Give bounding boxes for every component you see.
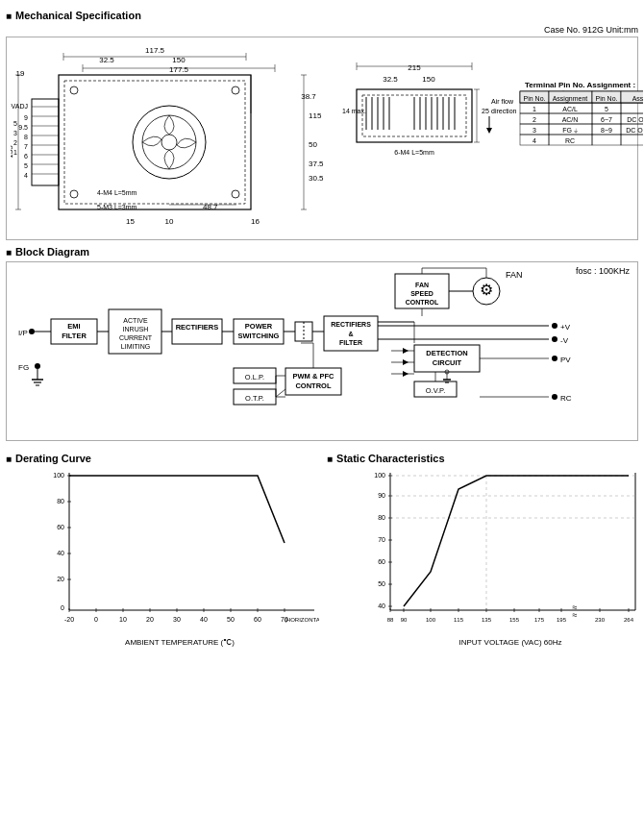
svg-text:ACTIVE: ACTIVE [123, 317, 148, 324]
svg-text:+V: +V [560, 323, 571, 332]
svg-text:⚙: ⚙ [480, 282, 493, 298]
svg-text:5: 5 [13, 120, 17, 127]
svg-text:FG: FG [18, 363, 29, 372]
svg-text:40: 40 [200, 616, 208, 623]
svg-text:60: 60 [254, 616, 261, 623]
static-svg: 100 90 80 70 60 50 40 [361, 468, 644, 636]
svg-text:LIMITING: LIMITING [121, 343, 150, 350]
svg-text:40: 40 [57, 550, 64, 556]
svg-text:155: 155 [509, 617, 520, 623]
svg-text:PV: PV [560, 356, 571, 364]
svg-text:117.5: 117.5 [145, 46, 165, 55]
svg-text:48.7: 48.7 [203, 203, 218, 211]
svg-rect-135 [621, 135, 643, 145]
svg-text:O.L.P.: O.L.P. [245, 373, 264, 381]
svg-text:8: 8 [24, 134, 28, 140]
svg-text:37.5: 37.5 [309, 160, 324, 168]
svg-text:1: 1 [533, 106, 536, 112]
svg-text:16: 16 [251, 217, 260, 226]
svg-point-43 [142, 115, 196, 169]
svg-rect-134 [592, 135, 621, 145]
case-info: Case No. 912G Unit:mm [544, 25, 638, 35]
svg-text:RC: RC [565, 137, 575, 144]
svg-text:FG ⏚: FG ⏚ [562, 127, 579, 134]
svg-text:4: 4 [24, 172, 28, 179]
svg-text:6: 6 [24, 153, 28, 160]
static-chart: Static Characteristics 100 90 [327, 447, 644, 647]
block-diagram-header: Block Diagram [6, 246, 638, 258]
svg-text:5: 5 [24, 162, 28, 169]
svg-text:135: 135 [11, 145, 14, 159]
svg-text:DC OUTPUT-V: DC OUTPUT-V [627, 116, 643, 123]
svg-marker-202 [403, 348, 409, 354]
charts-section: Derating Curve 100 80 60 40 20 [6, 447, 638, 647]
svg-text:215: 215 [408, 63, 421, 72]
svg-text:PWM & PFC: PWM & PFC [293, 372, 334, 381]
svg-text:177.5: 177.5 [169, 65, 189, 74]
svg-text:100: 100 [374, 472, 385, 479]
derating-x-label: AMBIENT TEMPERATURE (℃) [40, 638, 319, 647]
svg-text:0: 0 [94, 616, 98, 623]
svg-text:POWER: POWER [245, 322, 273, 331]
svg-text:INRUSH: INRUSH [123, 326, 149, 332]
svg-text:9.5: 9.5 [18, 124, 28, 131]
svg-text:AC/L: AC/L [562, 106, 578, 112]
svg-text:direction: direction [491, 108, 517, 114]
svg-text:115: 115 [309, 111, 322, 120]
fosc-label: fosc : 100KHz [576, 266, 630, 276]
svg-text:AC/N: AC/N [562, 116, 579, 123]
svg-text:32.5: 32.5 [99, 56, 114, 64]
svg-text:≈: ≈ [573, 602, 578, 612]
svg-text:-V: -V [560, 336, 569, 345]
svg-text:40: 40 [378, 602, 385, 609]
svg-text:50: 50 [309, 140, 317, 149]
svg-point-40 [70, 190, 78, 198]
svg-text:195: 195 [557, 617, 567, 623]
svg-text:EMI: EMI [67, 322, 80, 331]
svg-text:SWITCHING: SWITCHING [238, 332, 280, 340]
mech-spec-header: Mechanical Specification [6, 10, 638, 21]
svg-text:O.V.P.: O.V.P. [426, 386, 445, 395]
svg-text:FAN: FAN [415, 282, 429, 288]
svg-text:3: 3 [533, 127, 536, 134]
svg-point-188 [552, 356, 557, 361]
svg-text:Pin No.: Pin No. [524, 95, 546, 102]
svg-text:20: 20 [146, 616, 154, 623]
svg-text:+VADJ: +VADJ [11, 103, 28, 110]
svg-text:175: 175 [534, 617, 545, 623]
svg-text:0: 0 [61, 604, 64, 611]
svg-rect-111 [621, 103, 643, 113]
svg-text:Terminal Pin No. Assignment :: Terminal Pin No. Assignment : [525, 81, 635, 89]
svg-text:CONTROL: CONTROL [295, 381, 331, 390]
svg-text:10: 10 [165, 217, 174, 226]
svg-text:150: 150 [422, 75, 435, 84]
svg-text:88: 88 [387, 617, 394, 623]
svg-point-39 [232, 86, 239, 94]
svg-text:100: 100 [426, 617, 436, 623]
svg-marker-85 [486, 128, 492, 134]
svg-text:I/P: I/P [18, 329, 28, 337]
svg-point-208 [552, 394, 557, 400]
svg-text:25: 25 [482, 108, 489, 114]
svg-text:RECTIFIERS: RECTIFIERS [176, 323, 219, 332]
svg-text:6~7: 6~7 [601, 116, 612, 123]
svg-text:(HORIZONTAL): (HORIZONTAL) [285, 617, 319, 623]
svg-text:O.T.P.: O.T.P. [245, 394, 264, 403]
derating-chart: Derating Curve 100 80 60 40 20 [6, 447, 319, 647]
svg-text:5: 5 [605, 106, 608, 112]
svg-text:7: 7 [24, 143, 28, 150]
svg-text:DC OUTPUT+V: DC OUTPUT+V [626, 127, 643, 134]
svg-text:Assignment: Assignment [632, 95, 643, 103]
static-header: Static Characteristics [327, 453, 644, 464]
svg-text:2: 2 [13, 139, 17, 146]
svg-text:150: 150 [172, 56, 186, 64]
svg-text:RC: RC [560, 394, 572, 403]
svg-text:2: 2 [533, 116, 536, 123]
svg-point-179 [552, 323, 557, 329]
svg-text:50: 50 [378, 580, 385, 587]
svg-text:SPEED: SPEED [410, 290, 433, 297]
svg-text:&: & [348, 331, 353, 337]
svg-point-44 [161, 135, 177, 150]
svg-text:FILTER: FILTER [62, 332, 87, 340]
svg-rect-12 [64, 81, 245, 204]
